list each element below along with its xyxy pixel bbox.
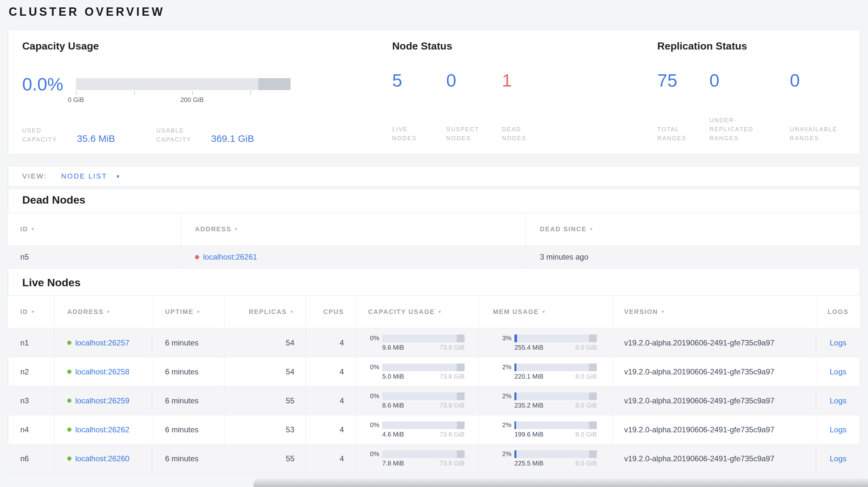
capacity-gauge-ticks (76, 90, 290, 95)
mem-usage-end-segment (589, 450, 597, 458)
sort-caret-icon: ▼ (31, 227, 35, 232)
mem-usage-fill (515, 392, 516, 400)
total-ranges-stat: 75 TOTAL RANGES (657, 71, 687, 143)
unavailable-ranges-value: 0 (790, 71, 837, 90)
node-address-cell: localhost:26257 (54, 328, 152, 357)
capacity-total-value: 73.8 GiB (439, 402, 465, 409)
replication-status-panel: Replication Status 75 TOTAL RANGES 0 UND… (657, 30, 853, 154)
node-address-link[interactable]: localhost:26258 (75, 367, 129, 376)
logs-link[interactable]: Logs (830, 425, 846, 434)
column-header-mem-usage[interactable]: MEM USAGE▼ (479, 296, 613, 328)
column-header-version[interactable]: VERSION▼ (613, 296, 816, 328)
view-mode-dropdown[interactable]: NODE LIST ▼ (61, 172, 120, 181)
logs-link[interactable]: Logs (830, 367, 846, 376)
live-nodes-value: 5 (392, 71, 417, 90)
column-header-replicas[interactable]: REPLICAS▼ (224, 296, 305, 328)
capacity-used-value: 7.8 MiB (382, 460, 404, 467)
node-replicas: 54 (224, 328, 305, 357)
cluster-summary-card: Capacity Usage 0.0% 0 GiB 200 GiB USED C… (8, 30, 860, 154)
capacity-total-value: 73.8 GiB (439, 460, 465, 467)
mem-percent: 2% (502, 450, 512, 458)
column-header-address[interactable]: ADDRESS ▼ (181, 213, 526, 246)
capacity-total-value: 73.8 GiB (439, 373, 465, 380)
sort-caret-icon: ▼ (438, 310, 442, 314)
capacity-usage-panel: Capacity Usage 0.0% 0 GiB 200 GiB USED C… (22, 30, 386, 154)
unavailable-ranges-stat: 0 UNAVAILABLE RANGES (790, 71, 837, 143)
mem-used-value: 235.2 MiB (515, 402, 544, 409)
under-replicated-ranges-label: UNDER- REPLICATED RANGES (709, 116, 753, 143)
node-cpus: 4 (305, 415, 355, 444)
node-address-link[interactable]: localhost:26257 (75, 338, 129, 347)
axis-tick-label: 0 GiB (68, 96, 84, 104)
suspect-nodes-value: 0 (446, 71, 479, 90)
capacity-total-value: 73.8 GiB (439, 344, 465, 351)
node-id: n4 (8, 415, 54, 444)
node-status-panel: Node Status 5 LIVE NODES 0 SUSPECT NODES… (392, 30, 653, 154)
logs-link[interactable]: Logs (830, 454, 846, 463)
live-nodes-heading: Live Nodes (22, 276, 81, 289)
sort-caret-icon: ▼ (541, 310, 546, 314)
node-cpus: 4 (305, 328, 355, 357)
capacity-gauge-reserved-segment (258, 78, 290, 90)
capacity-percent: 0% (370, 421, 379, 429)
under-replicated-ranges-stat: 0 UNDER- REPLICATED RANGES (709, 71, 753, 143)
sort-caret-icon: ▼ (31, 310, 35, 314)
node-id: n1 (8, 328, 54, 357)
node-live-status-icon (67, 456, 71, 461)
mem-used-value: 199.6 MiB (515, 431, 544, 438)
node-id: n6 (8, 444, 54, 473)
capacity-gauge: 0 GiB 200 GiB (76, 78, 290, 104)
table-row: n4 localhost:26262 6 minutes 53 4 0% 4.6… (8, 415, 860, 444)
node-logs-cell: Logs (816, 357, 860, 386)
node-version: v19.2.0-alpha.20190606-2491-gfe735c9a97 (613, 357, 816, 386)
node-mem-usage-cell: 3% 255.4 MiB 8.0 GiB (479, 328, 613, 357)
live-nodes-stat: 5 LIVE NODES (392, 71, 417, 143)
node-address-link[interactable]: localhost:26259 (75, 396, 129, 405)
capacity-percent: 0% (370, 392, 379, 400)
mem-usage-end-segment (589, 392, 597, 400)
node-logs-cell: Logs (816, 415, 860, 444)
node-cpus: 4 (305, 386, 355, 415)
column-header-uptime[interactable]: UPTIME▼ (152, 296, 224, 328)
node-cpus: 4 (305, 444, 355, 473)
column-header-id[interactable]: ID ▼ (8, 213, 181, 246)
sort-caret-icon: ▼ (196, 310, 201, 314)
capacity-gauge-axis: 0 GiB 200 GiB (76, 96, 290, 104)
unavailable-ranges-label: UNAVAILABLE RANGES (790, 125, 837, 143)
column-header-capacity-usage[interactable]: CAPACITY USAGE▼ (355, 296, 479, 328)
total-ranges-value: 75 (657, 71, 687, 90)
node-replicas: 55 (224, 444, 305, 473)
column-header-dead-since[interactable]: DEAD SINCE ▼ (526, 213, 860, 246)
node-capacity-usage-cell: 0% 9.6 MiB 73.8 GiB (355, 328, 479, 357)
page-title: CLUSTER OVERVIEW (9, 5, 165, 19)
logs-link[interactable]: Logs (830, 396, 846, 405)
mem-usage-bar (515, 450, 597, 458)
node-address-link[interactable]: localhost:26262 (75, 425, 129, 434)
column-header-id[interactable]: ID▼ (8, 296, 54, 328)
node-capacity-usage-cell: 0% 4.6 MiB 73.8 GiB (355, 415, 479, 444)
mem-usage-end-segment (589, 334, 597, 342)
capacity-usage-end-segment (457, 450, 465, 458)
node-uptime: 6 minutes (152, 444, 224, 473)
node-id: n3 (8, 386, 54, 415)
mem-percent: 2% (502, 392, 512, 400)
column-header-address[interactable]: ADDRESS▼ (54, 296, 152, 328)
view-mode-selected[interactable]: NODE LIST (61, 172, 107, 181)
dead-nodes-label: DEAD NODES (502, 125, 527, 143)
mem-used-value: 220.1 MiB (515, 373, 544, 380)
node-logs-cell: Logs (816, 386, 860, 415)
live-nodes-header-row: ID▼ ADDRESS▼ UPTIME▼ REPLICAS▼ CPUS CAPA… (8, 296, 860, 328)
dead-nodes-heading: Dead Nodes (22, 194, 86, 206)
node-logs-cell: Logs (816, 328, 860, 357)
mem-total-value: 8.0 GiB (575, 460, 597, 467)
column-header-logs: LOGS (816, 296, 860, 328)
usable-capacity-stat: USABLE CAPACITY 369.1 GiB (156, 126, 254, 144)
under-replicated-ranges-value: 0 (709, 71, 753, 90)
logs-link[interactable]: Logs (830, 338, 846, 347)
column-header-cpus[interactable]: CPUS (305, 296, 355, 328)
node-address-link[interactable]: localhost:26260 (75, 454, 129, 463)
dead-since: 3 minutes ago (526, 246, 860, 268)
node-address-link[interactable]: localhost:26261 (203, 253, 257, 261)
capacity-usage-bar (382, 392, 465, 400)
dock-shadow (253, 479, 868, 487)
